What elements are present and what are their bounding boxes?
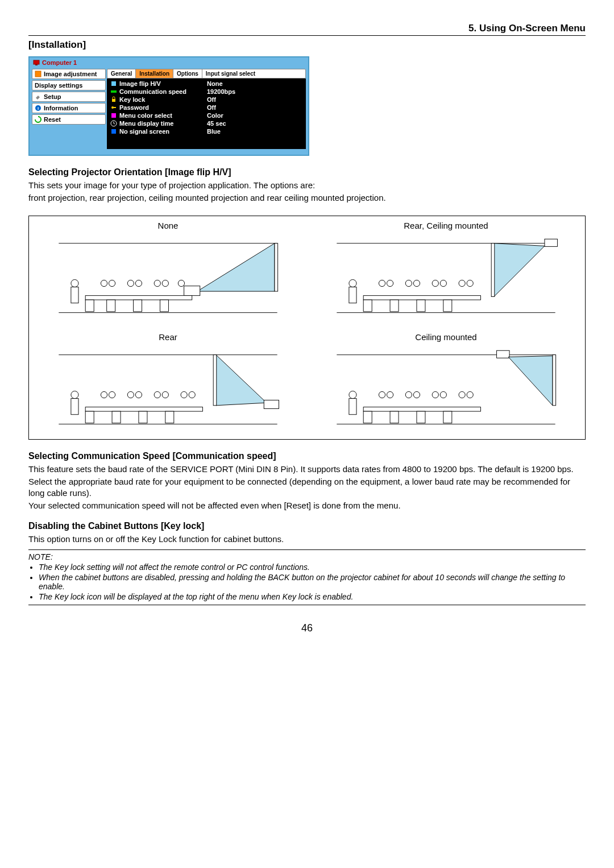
svg-point-60 <box>127 391 134 398</box>
svg-point-64 <box>181 391 187 398</box>
sidebar-item-setup[interactable]: Setup <box>32 92 106 102</box>
svg-marker-53 <box>216 354 267 405</box>
svg-rect-89 <box>417 411 425 423</box>
tab-options[interactable]: Options <box>173 69 202 78</box>
svg-rect-75 <box>553 354 556 405</box>
palette-icon <box>110 112 117 119</box>
osd-row-menu-display-time[interactable]: Menu display time 45 sec <box>108 119 305 127</box>
row-value: Blue <box>207 128 302 135</box>
svg-point-21 <box>127 280 134 286</box>
svg-marker-14 <box>197 243 275 291</box>
svg-rect-66 <box>71 398 78 414</box>
screen-icon <box>110 128 117 135</box>
svg-rect-76 <box>363 407 480 411</box>
osd-row-image-flip[interactable]: Image flip H/V None <box>108 80 305 88</box>
body-text: This sets your image for your type of pr… <box>28 180 586 191</box>
svg-rect-10 <box>111 113 116 118</box>
page-number: 46 <box>28 622 586 634</box>
sidebar-item-information[interactable]: i Information <box>32 103 106 113</box>
tab-general[interactable]: General <box>107 69 136 78</box>
sidebar-item-reset[interactable]: Reset <box>32 114 106 125</box>
osd-row-menu-color[interactable]: Menu color select Color <box>108 111 305 119</box>
orientation-diagram-box: None <box>28 216 586 440</box>
svg-rect-50 <box>443 300 452 312</box>
svg-text:i: i <box>38 106 39 111</box>
svg-point-39 <box>387 280 393 286</box>
note-bullet: The Key lock icon will be displayed at t… <box>39 592 586 601</box>
svg-point-24 <box>162 280 168 286</box>
diagram-rear-ceiling <box>314 233 578 318</box>
svg-point-83 <box>440 391 446 398</box>
svg-point-63 <box>162 391 168 398</box>
svg-point-25 <box>178 280 184 286</box>
tab-input-signal-select[interactable]: Input signal select <box>202 69 259 78</box>
svg-point-84 <box>459 391 465 398</box>
svg-point-59 <box>109 391 115 398</box>
osd-row-password[interactable]: Password Off <box>108 104 305 111</box>
row-value: Off <box>207 96 302 103</box>
section-heading: [Installation] <box>28 39 586 51</box>
flip-icon <box>110 80 117 87</box>
osd-row-comm-speed[interactable]: Communication speed 19200bps <box>108 88 305 96</box>
svg-rect-54 <box>213 354 217 405</box>
svg-rect-30 <box>160 300 168 312</box>
heading-image-flip: Selecting Projector Orientation [Image f… <box>28 167 586 177</box>
sidebar-item-display-settings[interactable]: Display settings <box>32 80 106 90</box>
svg-rect-5 <box>111 81 116 86</box>
svg-point-77 <box>349 391 356 398</box>
svg-rect-67 <box>85 411 94 423</box>
svg-rect-88 <box>390 411 399 423</box>
svg-rect-27 <box>85 300 94 312</box>
osd-title-text: Computer 1 <box>42 59 77 66</box>
svg-rect-15 <box>275 243 278 291</box>
svg-point-37 <box>349 279 356 287</box>
row-label: Menu color select <box>119 112 172 119</box>
svg-point-41 <box>413 280 420 286</box>
svg-point-38 <box>379 280 385 286</box>
osd-row-no-signal[interactable]: No signal screen Blue <box>108 127 305 135</box>
svg-rect-48 <box>390 300 399 312</box>
row-label: Password <box>119 104 149 111</box>
sidebar-label: Information <box>44 105 78 111</box>
note-block: NOTE: The Key lock setting will not affe… <box>28 549 586 605</box>
sidebar-label: Reset <box>44 116 61 123</box>
svg-rect-29 <box>134 300 142 312</box>
comm-icon <box>110 88 117 95</box>
reset-icon <box>35 116 42 123</box>
body-text: Select the appropriate baud rate for you… <box>28 476 586 499</box>
row-value: Color <box>207 112 302 119</box>
svg-point-42 <box>432 280 438 286</box>
svg-point-40 <box>405 280 412 286</box>
body-text: This option turns on or off the Key Lock… <box>28 534 586 545</box>
svg-point-62 <box>154 391 160 398</box>
sidebar-label: Setup <box>44 93 61 100</box>
svg-rect-7 <box>112 99 115 102</box>
svg-rect-17 <box>85 295 192 300</box>
sidebar-label: Image adjustment <box>44 71 97 77</box>
sidebar-item-image-adjustment[interactable]: Image adjustment <box>32 69 106 79</box>
osd-row-key-lock[interactable]: Key lock Off <box>108 96 305 104</box>
svg-rect-70 <box>165 411 174 423</box>
svg-point-58 <box>101 391 107 398</box>
orient-label-rear: Rear <box>36 332 300 342</box>
svg-marker-34 <box>494 243 545 296</box>
info-icon: i <box>35 105 42 111</box>
svg-point-18 <box>71 279 78 287</box>
diagram-rear <box>36 344 300 429</box>
tab-installation[interactable]: Installation <box>136 69 173 78</box>
svg-point-22 <box>135 280 142 286</box>
svg-point-65 <box>189 391 195 398</box>
svg-rect-6 <box>111 90 117 93</box>
diagram-ceiling <box>314 344 578 429</box>
svg-rect-68 <box>112 411 121 423</box>
clock-icon <box>110 120 117 127</box>
svg-point-85 <box>467 391 473 398</box>
svg-rect-28 <box>107 300 115 312</box>
key-icon <box>110 104 117 111</box>
svg-rect-55 <box>264 400 279 408</box>
orient-label-none: None <box>36 221 300 230</box>
svg-rect-73 <box>497 350 510 358</box>
osd-window-title: Computer 1 <box>30 57 308 68</box>
row-value: None <box>207 80 302 87</box>
svg-rect-1 <box>35 64 38 65</box>
